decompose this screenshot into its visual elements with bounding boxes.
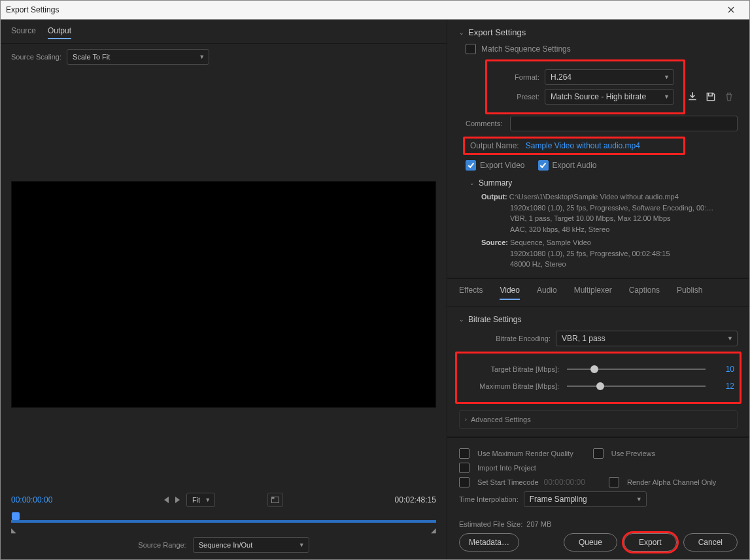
export-button-label: Export — [639, 538, 662, 547]
advanced-settings-label: Advanced Settings — [471, 416, 531, 423]
step-back-icon[interactable] — [164, 497, 169, 503]
import-preset-icon[interactable] — [687, 91, 698, 103]
output-name-link[interactable]: Sample Video without audio.mp4 — [526, 141, 640, 150]
max-bitrate-value[interactable]: 12 — [713, 382, 734, 391]
summary-output-path: C:\Users\1\Desktop\Sample Video without … — [509, 193, 679, 201]
source-range-select[interactable]: Sequence In/Out ▼ — [193, 537, 309, 553]
metadata-button-label: Metadata… — [469, 538, 509, 547]
zoom-fit-select[interactable]: Fit ▼ — [186, 493, 215, 507]
use-previews-checkbox[interactable] — [593, 448, 604, 459]
tab-effects[interactable]: Effects — [459, 286, 483, 300]
section-advanced[interactable]: › Advanced Settings — [459, 410, 738, 429]
bitrate-encoding-value: VBR, 1 pass — [562, 334, 605, 343]
chevron-down-icon: ▼ — [205, 497, 211, 503]
queue-button-label: Queue — [579, 538, 602, 547]
comments-input[interactable] — [510, 116, 738, 131]
export-audio-checkbox[interactable] — [538, 160, 549, 171]
save-preset-icon[interactable] — [705, 91, 717, 103]
preset-select[interactable]: Match Source - High bitrate ▼ — [545, 89, 674, 105]
preset-label: Preset: — [492, 93, 539, 101]
chevron-down-icon: ▼ — [199, 54, 205, 60]
comments-label: Comments: — [466, 120, 505, 127]
section-header-text: Export Settings — [468, 27, 526, 37]
tab-video[interactable]: Video — [500, 286, 519, 300]
bitrate-encoding-label: Bitrate Encoding: — [479, 335, 551, 342]
tab-multiplexer[interactable]: Multiplexer — [574, 286, 612, 300]
section-export-settings[interactable]: ⌄ Export Settings — [459, 27, 738, 37]
source-scaling-select[interactable]: Scale To Fit ▼ — [67, 49, 209, 65]
tab-source[interactable]: Source — [11, 26, 36, 39]
chevron-down-icon: ▼ — [299, 542, 305, 548]
format-value: H.264 — [551, 73, 571, 82]
format-select[interactable]: H.264 ▼ — [545, 69, 674, 85]
estimated-size-value: 207 MB — [526, 520, 551, 528]
target-bitrate-label: Target Bitrate [Mbps]: — [462, 365, 559, 373]
close-button[interactable] — [718, 1, 744, 19]
match-sequence-checkbox[interactable] — [466, 44, 476, 54]
set-start-timecode-checkbox[interactable] — [459, 477, 469, 487]
summary-header-text: Summary — [479, 178, 512, 188]
aspect-icon — [271, 497, 279, 503]
source-scaling-value: Scale To Fit — [73, 53, 110, 61]
metadata-button[interactable]: Metadata… — [459, 533, 519, 552]
use-previews-label: Use Previews — [611, 450, 655, 457]
titlebar: Export Settings — [1, 1, 749, 20]
timecode-start[interactable]: 00:00:00:00 — [11, 495, 52, 504]
chevron-right-icon: › — [465, 416, 467, 423]
summary-output-line3: VBR, 1 pass, Target 10.00 Mbps, Max 12.0… — [481, 213, 738, 224]
time-interp-label: Time Interpolation: — [459, 495, 519, 503]
chevron-down-icon: ▼ — [636, 496, 642, 502]
start-timecode-value: 00:00:00:00 — [544, 478, 585, 487]
section-bitrate[interactable]: ⌄ Bitrate Settings — [459, 315, 738, 324]
export-video-checkbox[interactable] — [466, 160, 476, 171]
match-sequence-label: Match Sequence Settings — [481, 44, 571, 54]
summary-header[interactable]: ⌄ Summary — [469, 178, 738, 188]
target-bitrate-value[interactable]: 10 — [713, 365, 734, 374]
summary-source-line1: Sequence, Sample Video — [510, 239, 591, 246]
target-bitrate-slider[interactable] — [567, 364, 706, 374]
timecode-end: 00:02:48:15 — [395, 495, 436, 504]
source-scaling-label: Source Scaling: — [11, 53, 61, 61]
set-start-timecode-label: Set Start Timecode — [477, 478, 539, 486]
titlebar-title: Export Settings — [6, 5, 718, 14]
aspect-ratio-button[interactable] — [267, 493, 283, 507]
tab-publish[interactable]: Publish — [677, 286, 702, 300]
time-interp-select[interactable]: Frame Sampling ▼ — [524, 491, 647, 507]
preview-panel: Source Output Source Scaling: Scale To F… — [1, 20, 447, 559]
export-button[interactable]: Export — [624, 533, 677, 552]
render-alpha-label: Render Alpha Channel Only — [627, 478, 716, 486]
in-bracket-icon[interactable]: ◣ — [11, 527, 16, 534]
summary-output-label: Output: — [481, 193, 507, 201]
preview-canvas — [11, 181, 436, 408]
import-into-project-checkbox[interactable] — [459, 463, 469, 473]
delete-preset-icon[interactable] — [723, 91, 735, 103]
out-bracket-icon[interactable]: ◢ — [431, 527, 436, 534]
export-settings-dialog: Export Settings Source Output Source Sca… — [0, 0, 750, 560]
max-render-quality-label: Use Maximum Render Quality — [477, 450, 573, 457]
chevron-down-icon: ⌄ — [469, 180, 475, 186]
export-video-label: Export Video — [480, 161, 525, 170]
zoom-fit-label: Fit — [192, 496, 200, 504]
queue-button[interactable]: Queue — [564, 533, 617, 552]
timeline[interactable]: ◣ ◢ — [11, 511, 436, 531]
cancel-button-label: Cancel — [698, 538, 723, 547]
output-name-label: Output Name: — [470, 141, 519, 150]
render-alpha-checkbox[interactable] — [609, 477, 619, 487]
step-fwd-icon[interactable] — [175, 497, 180, 503]
svg-rect-1 — [272, 497, 275, 499]
max-bitrate-slider[interactable] — [567, 381, 706, 391]
tab-output[interactable]: Output — [48, 26, 71, 39]
summary-output-line4: AAC, 320 kbps, 48 kHz, Stereo — [481, 224, 738, 235]
summary-output-line2: 1920x1080 (1.0), 25 fps, Progressive, So… — [481, 203, 738, 214]
settings-panel: ⌄ Export Settings Match Sequence Setting… — [447, 20, 749, 559]
time-interp-value: Frame Sampling — [530, 495, 587, 504]
encoder-tabs: Effects Video Audio Multiplexer Captions… — [447, 278, 749, 307]
max-render-quality-checkbox[interactable] — [459, 448, 469, 459]
chevron-down-icon: ▼ — [664, 93, 670, 100]
tab-audio[interactable]: Audio — [537, 286, 557, 300]
cancel-button[interactable]: Cancel — [683, 533, 738, 552]
playhead[interactable] — [12, 512, 20, 520]
chevron-down-icon: ▼ — [664, 74, 670, 80]
bitrate-encoding-select[interactable]: VBR, 1 pass ▼ — [556, 331, 738, 346]
tab-captions[interactable]: Captions — [629, 286, 660, 300]
